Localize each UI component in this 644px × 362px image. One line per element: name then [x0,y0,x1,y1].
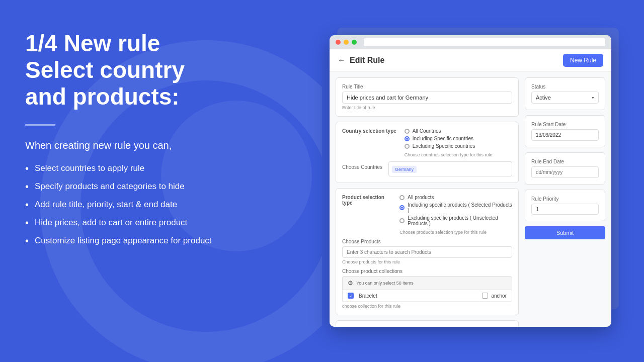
start-date-card: Rule Start Date [525,115,605,147]
country-selection-card: Country selection type All Countries Inc… [336,122,519,183]
browser-url-bar [364,38,605,46]
rule-title-hint: Enter title of rule [342,105,512,110]
products-hint: Choose products for this rule [342,259,512,264]
radio-all-products[interactable] [399,195,405,200]
radio-excluding-products[interactable] [399,218,405,223]
priority-card: Rule Priority [525,190,605,221]
checkbox-bracelet[interactable]: ✓ [348,293,354,299]
app-title-area: ← Edit Rule [338,56,384,65]
checkbox-anchor[interactable] [482,293,488,299]
browser-dot-fullscreen[interactable] [352,40,357,45]
bullet-item-5: Customize listing page appearance for pr… [25,234,297,248]
choose-collections-label: Choose product collections [342,268,512,274]
start-date-label: Rule Start Date [531,122,599,127]
product-option-1[interactable]: All products [399,195,512,200]
rule-title-label: Rule Title [342,84,512,89]
radio-excluding-countries[interactable] [405,144,410,149]
country-option-3[interactable]: Excluding Specific countries [405,143,493,149]
product-selection-card: Product selection type All products Incl… [336,188,519,315]
bullet-item-1: Select countries to apply rule [25,161,297,175]
bullet-list: Select countries to apply rule Specify p… [25,161,297,252]
browser-dot-minimize[interactable] [344,40,349,45]
browser-dot-close[interactable] [336,40,341,45]
submit-button[interactable]: Submit [525,226,605,239]
country-radio-group: All Countries Including Specific countri… [405,128,493,157]
product-section-label: Product selection type [342,195,391,206]
countries-tags-container[interactable]: Germany [388,161,512,176]
form-wrapper: Rule Title Enter title of rule Country s… [330,71,611,327]
choose-products-label: Choose Products [342,239,512,244]
country-tag-germany[interactable]: Germany [392,166,417,173]
priority-input[interactable] [531,204,599,215]
radio-including-countries[interactable] [405,136,410,141]
browser-chrome [330,35,611,49]
product-option-3[interactable]: Excluding specific products ( Unselected… [399,215,512,226]
form-left: Rule Title Enter title of rule Country s… [336,77,519,327]
bullet-item-4: Hide prices, add to cart or entire produ… [25,216,297,230]
status-select[interactable]: Active [531,92,599,104]
radio-including-products[interactable] [399,205,405,210]
status-select-wrapper: Active [531,92,599,104]
page-title: Edit Rule [350,56,384,65]
app-topbar: ← Edit Rule New Rule [330,49,611,71]
back-button[interactable]: ← [338,56,346,65]
product-hint: Choose products selection type for this … [399,230,512,235]
status-card: Status Active [525,77,605,110]
start-date-input[interactable] [531,129,599,141]
product-option-2[interactable]: Including specific products ( Selected P… [399,202,512,213]
collection-item-bracelet[interactable]: ✓ Bracelet anchor [343,290,512,302]
main-heading: 1/4 New rule Select country and products… [25,30,297,110]
restriction-settings-section[interactable]: Restriction settings [336,320,519,327]
new-rule-button[interactable]: New Rule [563,54,603,67]
end-date-label: Rule End Date [531,159,599,164]
divider [25,124,55,126]
left-panel: 1/4 New rule Select country and products… [0,0,322,362]
radio-all-countries[interactable] [405,129,410,134]
sub-heading: When creating new rule you can, [25,140,297,151]
browser-window: ← Edit Rule New Rule Rule Title Enter ti… [330,35,611,327]
rule-title-input[interactable] [342,92,512,104]
bullet-item-3: Add rule title, priority, start & end da… [25,198,297,212]
choose-countries-label: Choose Countries [342,161,382,170]
collection-hint: choose collection for this rule [342,304,512,309]
form-sidebar: Status Active Rule Start Date [525,77,605,327]
country-option-2[interactable]: Including Specific countries [405,136,493,141]
country-hint: Choose countries selection type for this… [405,152,493,157]
product-search-input[interactable] [342,246,512,258]
end-date-input[interactable] [531,166,599,178]
collection-items: ✓ Bracelet anchor [342,290,512,302]
rule-title-card: Rule Title Enter title of rule [336,77,519,117]
bullet-item-2: Specify products and categories to hide [25,179,297,194]
collection-header: ⚙ You can only select 50 items [342,276,512,290]
end-date-card: Rule End Date [525,152,605,185]
app-content: ← Edit Rule New Rule Rule Title Enter ti… [330,49,611,327]
right-panel: ← Edit Rule New Rule Rule Title Enter ti… [322,0,644,362]
product-radio-group: All products Including specific products… [399,195,512,235]
country-section-label: Country selection type [342,128,396,134]
status-label: Status [531,84,599,89]
country-option-1[interactable]: All Countries [405,128,493,134]
priority-label: Rule Priority [531,196,599,202]
